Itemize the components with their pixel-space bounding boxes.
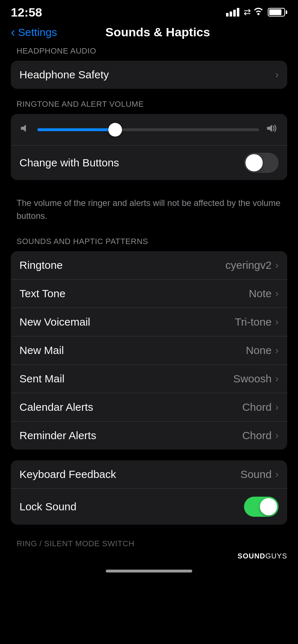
volume-slider-fill [37, 128, 115, 131]
text-tone-right: Note › [249, 288, 279, 300]
calendar-alerts-label: Calendar Alerts [19, 401, 93, 413]
keyboard-feedback-right: Sound › [240, 468, 279, 480]
signal-icon [226, 8, 239, 17]
sent-mail-value: Swoosh [233, 373, 272, 385]
ringtone-row[interactable]: Ringtone cyeringv2 › [11, 251, 287, 280]
headphone-safety-row[interactable]: Headphone Safety › [11, 61, 287, 89]
new-mail-chevron-icon: › [275, 345, 279, 356]
feedback-section: Keyboard Feedback Sound › Lock Sound [0, 460, 298, 525]
ring-silent-label: RING / SILENT MODE SWITCH [0, 535, 298, 548]
new-voicemail-chevron-icon: › [275, 316, 279, 328]
volume-slider-row [11, 114, 287, 145]
volume-description: The volume of the ringer and alerts will… [0, 191, 298, 226]
calendar-alerts-row[interactable]: Calendar Alerts Chord › [11, 393, 287, 422]
back-button[interactable]: ‹ Settings [11, 26, 57, 39]
keyboard-feedback-row[interactable]: Keyboard Feedback Sound › [11, 460, 287, 489]
svg-marker-1 [21, 125, 26, 132]
battery-icon [268, 8, 287, 17]
volume-section: RINGTONE AND ALERT VOLUME Change wit [0, 100, 298, 180]
calendar-alerts-right: Chord › [242, 401, 279, 413]
reminder-alerts-label: Reminder Alerts [19, 429, 96, 442]
calendar-alerts-value: Chord [242, 401, 272, 413]
back-label: Settings [18, 26, 57, 38]
new-mail-right: None › [246, 344, 279, 356]
ringtone-label: Ringtone [19, 259, 63, 271]
sounds-haptics-card: Ringtone cyeringv2 › Text Tone Note › Ne… [11, 251, 287, 450]
calendar-alerts-chevron-icon: › [275, 401, 279, 413]
ringtone-value: cyeringv2 [225, 259, 271, 271]
change-with-buttons-row: Change with Buttons [11, 145, 287, 180]
svg-point-0 [257, 13, 259, 15]
volume-slider[interactable] [37, 128, 259, 131]
volume-section-label: RINGTONE AND ALERT VOLUME [11, 100, 287, 109]
lock-sound-label: Lock Sound [19, 501, 76, 513]
ringtone-chevron-icon: › [275, 259, 279, 271]
sent-mail-right: Swoosh › [233, 373, 279, 385]
svg-marker-2 [267, 125, 272, 132]
change-with-buttons-toggle[interactable] [244, 153, 279, 173]
watermark-suffix: GUYS [265, 552, 287, 560]
home-indicator-bar [106, 570, 192, 572]
headphone-safety-chevron-icon: › [275, 69, 279, 80]
sent-mail-row[interactable]: Sent Mail Swoosh › [11, 365, 287, 393]
headphone-audio-card: Headphone Safety › [11, 61, 287, 89]
page-title: Sounds & Haptics [105, 25, 210, 39]
status-icons: ⇄ [226, 7, 287, 17]
keyboard-feedback-chevron-icon: › [275, 469, 279, 480]
new-voicemail-row[interactable]: New Voicemail Tri-tone › [11, 308, 287, 336]
volume-card: Change with Buttons [11, 114, 287, 180]
back-chevron-icon: ‹ [11, 26, 15, 39]
nav-header: ‹ Settings Sounds & Haptics [0, 22, 298, 46]
feedback-card: Keyboard Feedback Sound › Lock Sound [11, 460, 287, 525]
home-indicator [0, 564, 298, 576]
sounds-haptics-label: SOUNDS AND HAPTIC PATTERNS [11, 237, 287, 246]
status-bar: 12:58 ⇄ [0, 0, 298, 22]
sent-mail-label: Sent Mail [19, 373, 64, 385]
watermark-prefix: SOUND [238, 552, 265, 560]
toggle-thumb [245, 154, 263, 171]
reminder-alerts-right: Chord › [242, 429, 279, 442]
wifi-icon: ⇄ [244, 7, 263, 17]
new-voicemail-value: Tri-tone [235, 316, 271, 328]
volume-slider-thumb[interactable] [108, 123, 122, 137]
keyboard-feedback-value: Sound [240, 468, 272, 480]
lock-sound-row[interactable]: Lock Sound [11, 489, 287, 525]
volume-high-icon [266, 123, 279, 137]
new-mail-row[interactable]: New Mail None › [11, 336, 287, 365]
headphone-audio-label: HEADPHONE AUDIO [11, 46, 287, 56]
change-with-buttons-label: Change with Buttons [19, 157, 119, 169]
status-time: 12:58 [11, 5, 42, 19]
reminder-alerts-row[interactable]: Reminder Alerts Chord › [11, 422, 287, 450]
new-mail-label: New Mail [19, 344, 64, 356]
watermark: SOUNDGUYS [0, 548, 298, 564]
volume-low-icon [19, 123, 31, 137]
text-tone-value: Note [249, 288, 271, 300]
reminder-alerts-chevron-icon: › [275, 430, 279, 441]
lock-sound-right [244, 497, 279, 517]
lock-sound-toggle[interactable] [244, 497, 279, 517]
new-voicemail-right: Tri-tone › [235, 316, 279, 328]
text-tone-chevron-icon: › [275, 288, 279, 299]
headphone-safety-right: › [275, 69, 279, 80]
sent-mail-chevron-icon: › [275, 373, 279, 385]
headphone-safety-label: Headphone Safety [19, 69, 109, 81]
headphone-audio-section: HEADPHONE AUDIO Headphone Safety › [0, 46, 298, 89]
ringtone-right: cyeringv2 › [225, 259, 279, 271]
text-tone-label: Text Tone [19, 288, 66, 300]
keyboard-feedback-label: Keyboard Feedback [19, 468, 116, 480]
text-tone-row[interactable]: Text Tone Note › [11, 280, 287, 308]
sounds-haptics-section: SOUNDS AND HAPTIC PATTERNS Ringtone cyer… [0, 237, 298, 450]
new-mail-value: None [246, 344, 272, 356]
new-voicemail-label: New Voicemail [19, 316, 90, 328]
reminder-alerts-value: Chord [242, 429, 272, 442]
lock-sound-toggle-thumb [260, 498, 277, 515]
